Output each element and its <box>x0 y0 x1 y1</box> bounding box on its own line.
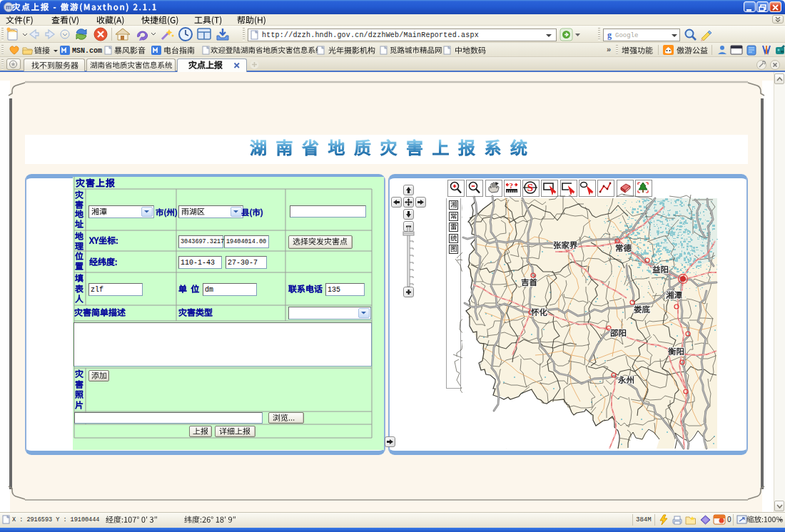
svg-text:?: ? <box>510 181 514 190</box>
svg-text:m: m <box>6 4 11 11</box>
svg-text:S: S <box>527 182 533 193</box>
